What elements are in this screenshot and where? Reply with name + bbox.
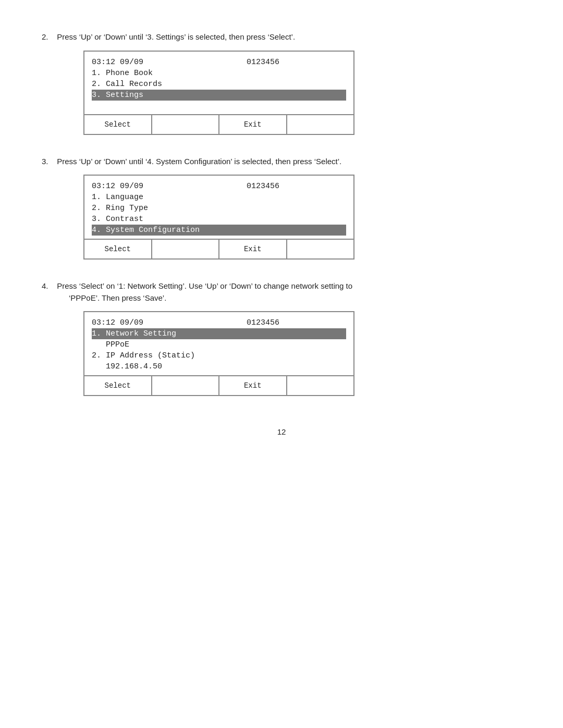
step-2-main-text: 3. Press ‘Up’ or ‘Down’ until ‘4. System…	[42, 157, 341, 166]
screen-2: 03:12 09/09 01234561. Language2. Ring Ty…	[83, 175, 354, 260]
screen-3-buttons: SelectExit	[84, 375, 353, 395]
step-1: 2. Press ‘Up’ or ‘Down’ until ‘3. Settin…	[42, 31, 521, 135]
screen-3-header: 03:12 09/09 0123456	[92, 317, 346, 328]
screen-3-body: 03:12 09/09 01234561. Network Setting PP…	[84, 312, 353, 375]
screen-1-header: 03:12 09/09 0123456	[92, 57, 346, 68]
screen-3-row-1: PPPoE	[92, 339, 346, 350]
screen-3: 03:12 09/09 01234561. Network Setting PP…	[83, 311, 354, 396]
screen-1-btn-1	[152, 115, 220, 134]
screen-2-row-1: 2. Ring Type	[92, 203, 346, 214]
screen-1-btn-0[interactable]: Select	[84, 115, 152, 134]
screen-2-row-0: 1. Language	[92, 192, 346, 203]
screen-1-btn-2[interactable]: Exit	[219, 115, 287, 134]
screen-2-header: 03:12 09/09 0123456	[92, 181, 346, 192]
screen-2-btn-3	[287, 240, 354, 258]
step-3-main-text: 4. Press ‘Select’ on ‘1: Network Setting…	[42, 281, 352, 290]
step-3: 4. Press ‘Select’ on ‘1: Network Setting…	[42, 280, 521, 396]
screen-3-row-3: 192.168.4.50	[92, 361, 346, 372]
screen-2-btn-2[interactable]: Exit	[219, 240, 287, 258]
screen-2-btn-1	[152, 240, 220, 258]
screen-2-row-3: 4. System Configuration	[92, 225, 346, 236]
screen-2-row-2: 3. Contrast	[92, 214, 346, 225]
screen-3-row-0: 1. Network Setting	[92, 328, 346, 339]
screen-1: 03:12 09/09 01234561. Phone Book2. Call …	[83, 51, 354, 135]
screen-3-row-2: 2. IP Address (Static)	[92, 350, 346, 361]
screen-3-btn-2[interactable]: Exit	[219, 376, 287, 395]
screen-1-row-1: 2. Call Records	[92, 79, 346, 90]
screen-3-btn-3	[287, 376, 354, 395]
screen-1-buttons: SelectExit	[84, 114, 353, 134]
step-2: 3. Press ‘Up’ or ‘Down’ until ‘4. System…	[42, 156, 521, 260]
screen-1-row-3	[92, 101, 346, 111]
step-1-text: 2. Press ‘Up’ or ‘Down’ until ‘3. Settin…	[42, 31, 521, 43]
screen-1-row-0: 1. Phone Book	[92, 68, 346, 79]
screen-2-body: 03:12 09/09 01234561. Language2. Ring Ty…	[84, 176, 353, 239]
step-3-sub-text: ‘PPPoE’. Then press ‘Save’.	[69, 292, 521, 304]
screen-1-body: 03:12 09/09 01234561. Phone Book2. Call …	[84, 52, 353, 114]
screen-3-btn-1	[152, 376, 220, 395]
screen-2-btn-0[interactable]: Select	[84, 240, 152, 258]
screen-1-row-2: 3. Settings	[92, 90, 346, 101]
screen-3-btn-0[interactable]: Select	[84, 376, 152, 395]
step-3-text: 4. Press ‘Select’ on ‘1: Network Setting…	[42, 280, 521, 304]
screen-1-btn-3	[287, 115, 354, 134]
page-number: 12	[42, 427, 521, 436]
step-1-main-text: 2. Press ‘Up’ or ‘Down’ until ‘3. Settin…	[42, 32, 295, 41]
screen-2-buttons: SelectExit	[84, 239, 353, 258]
step-2-text: 3. Press ‘Up’ or ‘Down’ until ‘4. System…	[42, 156, 521, 168]
